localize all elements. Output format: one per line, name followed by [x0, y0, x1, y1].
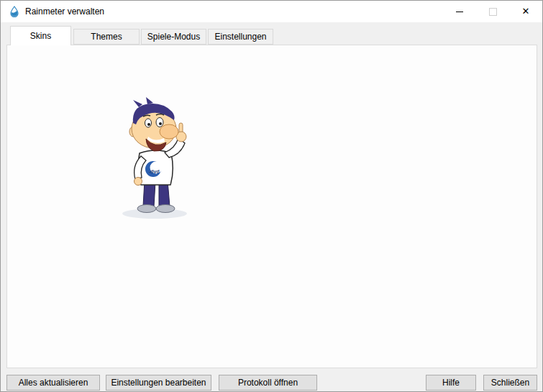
close-dialog-button[interactable]: Schließen	[483, 375, 537, 391]
window-title: Rainmeter verwalten	[25, 1, 104, 22]
edit-settings-button[interactable]: Einstellungen bearbeiten	[106, 375, 211, 391]
title-bar[interactable]: Rainmeter verwalten ✕	[1, 1, 542, 22]
tab-settings[interactable]: Einstellungen	[208, 29, 273, 45]
maximize-button[interactable]	[476, 1, 509, 22]
opensource-dvd-mascot-image: -dvd	[117, 97, 199, 221]
skins-tab-page	[6, 45, 537, 368]
tab-game-mode[interactable]: Spiele-Modus	[141, 29, 206, 45]
tab-skins[interactable]: Skins	[10, 26, 71, 45]
svg-text:-dvd: -dvd	[149, 169, 160, 174]
close-button[interactable]: ✕	[509, 1, 542, 22]
help-button[interactable]: Hilfe	[426, 375, 476, 391]
open-log-button[interactable]: Protokoll öffnen	[219, 375, 317, 391]
rainmeter-drop-icon	[9, 6, 20, 17]
tab-themes[interactable]: Themes	[73, 29, 140, 45]
close-icon: ✕	[522, 6, 530, 17]
rainmeter-manage-window: Rainmeter verwalten ✕ Skins Themes Spiel…	[0, 0, 543, 392]
refresh-all-button[interactable]: Alles aktualisieren	[6, 375, 100, 391]
minimize-button[interactable]	[443, 1, 476, 22]
